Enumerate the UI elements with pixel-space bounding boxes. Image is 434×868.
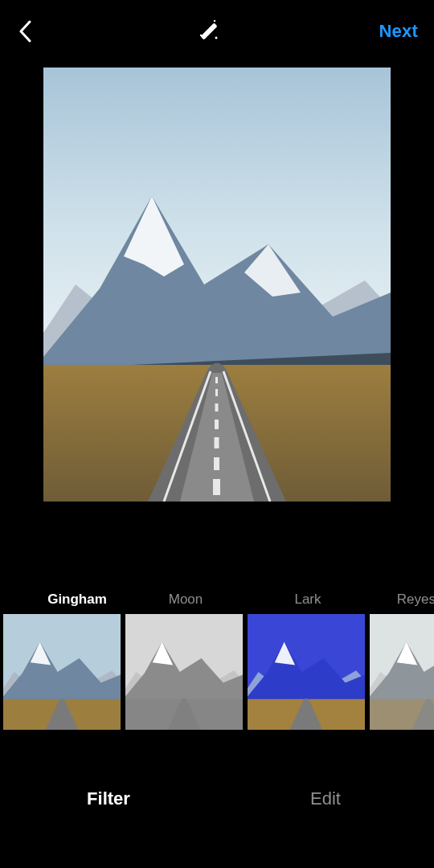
filter-thumb-moon[interactable] <box>125 614 243 730</box>
filter-thumbs-row[interactable] <box>0 614 434 730</box>
svg-rect-9 <box>215 437 219 448</box>
tab-edit[interactable]: Edit <box>217 788 434 809</box>
svg-rect-0 <box>200 23 217 39</box>
image-preview-area <box>0 63 434 513</box>
app-root: Next <box>0 0 434 868</box>
filter-thumb-lark[interactable] <box>248 614 365 730</box>
top-bar: Next <box>0 0 434 63</box>
svg-point-2 <box>200 35 202 36</box>
bottom-tab-bar: Filter Edit <box>0 730 434 868</box>
svg-rect-5 <box>215 377 218 383</box>
image-preview[interactable] <box>43 68 391 502</box>
tab-filter[interactable]: Filter <box>0 788 217 809</box>
svg-rect-7 <box>215 403 219 411</box>
svg-rect-8 <box>215 420 219 429</box>
filter-label-gingham[interactable]: Gingham <box>32 592 122 608</box>
next-button[interactable]: Next <box>379 21 422 42</box>
svg-rect-6 <box>215 389 218 396</box>
filter-strip: Gingham Moon Lark Reyes <box>0 513 434 730</box>
svg-rect-11 <box>213 479 220 495</box>
filter-thumb-gingham[interactable] <box>3 614 121 730</box>
filter-label-moon[interactable]: Moon <box>127 592 244 608</box>
back-icon[interactable] <box>13 19 37 43</box>
filter-label-reyes[interactable]: Reyes <box>371 592 434 608</box>
svg-rect-10 <box>214 457 219 470</box>
svg-point-1 <box>215 37 217 39</box>
filter-label-lark[interactable]: Lark <box>249 592 366 608</box>
filter-thumb-reyes[interactable] <box>370 614 434 730</box>
auto-enhance-icon[interactable] <box>194 18 222 45</box>
filter-labels-row: Gingham Moon Lark Reyes <box>0 585 434 608</box>
